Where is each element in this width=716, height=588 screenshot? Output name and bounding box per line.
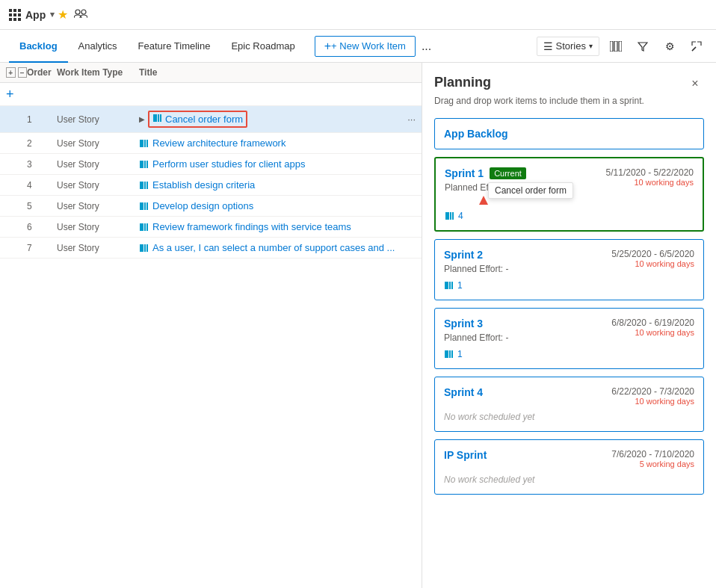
story-icon [152,113,163,126]
sprint-header: Sprint 2 Planned Effort: - 5/25/2020 - 6… [444,249,694,274]
svg-rect-16 [146,182,148,189]
tab-feature-timeline[interactable]: Feature Timeline [128,30,221,63]
svg-rect-27 [445,212,449,220]
view-icon: ☰ [543,40,553,52]
sprint-dates: 7/6/2020 - 7/10/2020 [611,449,694,459]
svg-rect-17 [140,202,143,210]
sprint-card-app-backlog: App Backlog [434,118,704,149]
stories-dropdown[interactable]: ☰ Stories ▾ [537,37,599,56]
svg-rect-12 [144,161,146,168]
sprint-count: 4 [458,211,463,221]
sprint-header: App Backlog [444,128,694,140]
svg-rect-33 [445,350,448,358]
drag-arrow-indicator [479,196,488,207]
planning-header: Planning × [434,75,704,93]
svg-rect-15 [144,182,146,189]
plus-icon: + [324,40,331,52]
tooltip-text: Cancel order form [495,185,567,196]
header-order: Order [27,67,57,78]
row-title: ▶ Cancel order form ··· [139,111,416,128]
sprint-header: IP Sprint 7/6/2020 - 7/10/2020 5 working… [444,449,694,468]
sprint-working-days: 10 working days [606,178,694,187]
svg-rect-2 [610,41,613,52]
expand-all-icon[interactable]: + [6,67,16,78]
svg-rect-23 [140,244,143,252]
sprint-name: Sprint 4 [444,386,483,398]
table-row[interactable]: 6 User Story Review framework findings w… [0,217,422,238]
table-row[interactable]: 1 User Story ▶ Cancel order form ··· [0,106,422,133]
sprint-dates: 6/8/2020 - 6/19/2020 [611,318,694,328]
svg-rect-28 [450,212,451,220]
tab-backlog[interactable]: Backlog [9,30,68,63]
sprint-working-days: 10 working days [611,397,694,406]
grid-menu-icon[interactable] [9,9,21,21]
sprint-working-days: 10 working days [611,328,694,337]
svg-rect-5 [153,114,157,122]
header-title: Title [139,67,416,78]
sprint-card-sprint-3: Sprint 3 Planned Effort: - 6/8/2020 - 6/… [434,308,704,369]
collapse-all-icon[interactable]: − [18,67,28,78]
nav-tabs: Backlog Analytics Feature Timeline Epic … [9,30,306,63]
row-title-text: Develop design options [152,200,253,211]
new-work-item-button[interactable]: + + New Work Item [315,36,416,57]
row-more-icon[interactable]: ··· [407,114,416,125]
planning-panel: Planning × Drag and drop work items to i… [422,63,716,588]
sprint-effort: Planned Effort: - [444,264,509,274]
favorite-star-icon[interactable]: ★ [58,7,68,22]
sprint-dates: 5/25/2020 - 6/5/2020 [611,249,694,259]
row-title-text: Review architecture framework [152,137,286,149]
tab-analytics[interactable]: Analytics [68,30,128,63]
svg-rect-18 [144,202,146,210]
tab-epic-roadmap[interactable]: Epic Roadmap [220,30,305,63]
expand-icon[interactable]: ▶ [139,115,145,123]
app-name-label: App [25,9,46,21]
row-title-text: Establish design criteria [152,179,255,191]
add-item-icon[interactable]: + [6,87,14,102]
nav-right-controls: ☰ Stories ▾ ⚙ [537,36,707,57]
no-work-text: No work scheduled yet [444,412,694,422]
row-type: User Story [57,114,139,125]
svg-rect-32 [451,282,453,289]
sprint-items: 4 [445,211,694,221]
header-add-col: + − [6,67,27,78]
table-row[interactable]: 7 User Story As a user, I can select a n… [0,238,422,259]
drag-tooltip: Cancel order form [488,182,573,199]
sprint-card-ip-sprint: IP Sprint 7/6/2020 - 7/10/2020 5 working… [434,439,704,495]
members-icon[interactable] [74,8,87,21]
row-title-text: As a user, I can select a number of supp… [152,242,395,253]
chevron-down-icon: ▾ [589,42,593,50]
column-options-button[interactable] [605,36,626,57]
table-row[interactable]: 3 User Story Perform user studies for cl… [0,154,422,175]
table-row[interactable]: 5 User Story Develop design options [0,196,422,217]
sprint-card-sprint-4: Sprint 4 6/22/2020 - 7/3/2020 10 working… [434,377,704,432]
svg-rect-31 [449,282,451,289]
filter-button[interactable] [632,36,653,57]
svg-rect-24 [144,244,146,252]
add-row[interactable]: + [0,83,422,106]
nav-bar: Backlog Analytics Feature Timeline Epic … [0,30,716,63]
svg-rect-21 [144,223,146,231]
table-row[interactable]: 4 User Story Establish design criteria [0,175,422,196]
table-row[interactable]: 2 User Story Review architecture framewo… [0,133,422,154]
svg-rect-13 [146,161,148,168]
sprint-count: 1 [457,280,463,291]
sprint-card-sprint-1: Sprint 1 Current Planned Effort: 21 5/11… [434,157,704,232]
nav-more-button[interactable]: ... [416,37,437,56]
svg-rect-4 [619,41,622,52]
close-planning-button[interactable]: × [686,75,704,93]
app-bar: App ▾ ★ [0,0,716,30]
settings-button[interactable]: ⚙ [659,36,680,57]
svg-marker-26 [479,196,488,205]
svg-rect-6 [158,114,159,122]
svg-rect-35 [451,350,453,358]
expand-button[interactable] [686,36,707,57]
sprint-items: 1 [444,280,694,291]
app-chevron-icon[interactable]: ▾ [50,10,55,19]
table-header: + − Order Work Item Type Title [0,63,422,83]
svg-rect-14 [140,182,143,189]
svg-rect-34 [449,350,451,358]
row-title-text: Perform user studies for client apps [152,158,305,170]
sprint-count: 1 [457,349,463,359]
svg-rect-22 [146,223,148,231]
planning-title: Planning [434,75,491,90]
